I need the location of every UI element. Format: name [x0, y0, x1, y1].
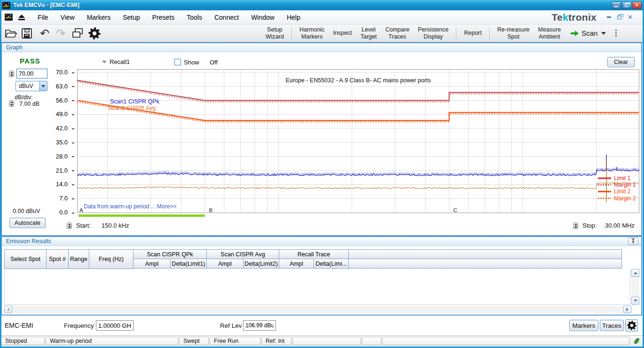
menu-setup[interactable]: Setup	[117, 12, 146, 23]
toolbar-button-re-measure-spot[interactable]: Re-measureSpot	[493, 25, 534, 41]
status-cell-stopped: Stopped	[1, 337, 45, 345]
mdi-minimize-button[interactable]	[607, 16, 611, 18]
db-div-value: 7.00 dB	[19, 101, 39, 107]
scroll-up-button[interactable]	[631, 269, 639, 277]
group-header-recall-trace[interactable]: Recall Trace	[279, 249, 349, 259]
horizontal-scrollbar[interactable]	[4, 306, 631, 313]
menu-connect[interactable]: Connect	[208, 12, 245, 23]
ref-lev-input[interactable]	[243, 320, 276, 331]
y-axis-label: 28.0	[49, 153, 68, 160]
column-header-range[interactable]: Range	[68, 249, 89, 269]
open-button[interactable]	[4, 26, 18, 40]
emission-results-panel: Emission Results Select SpotSpot #RangeF…	[1, 236, 642, 316]
autoscale-button[interactable]: Autoscale	[9, 218, 46, 228]
recall-dropdown-icon[interactable]	[102, 61, 107, 63]
toolbar-button-harmonic-markers[interactable]: HarmonicMarkers	[295, 25, 329, 41]
y-axis-label: 56.0	[49, 97, 68, 104]
column-header-scan-cispr-qpk-delta-limit1[interactable]: Delta(Limit1)	[170, 259, 207, 269]
close-icon: ✕	[635, 3, 639, 8]
overflow-menu-button[interactable]	[615, 30, 617, 37]
menu-tools[interactable]: Tools	[181, 12, 208, 23]
settings-button[interactable]	[87, 26, 102, 40]
minimize-button[interactable]	[612, 1, 621, 9]
toolbar-button-persistence-display[interactable]: PersistenceDisplay	[414, 25, 453, 41]
warmup-note-link[interactable]: Data from warm-up period ... More>>	[84, 203, 176, 210]
menu-file[interactable]: File	[31, 12, 55, 23]
start-freq-value[interactable]: 150.0 kHz	[102, 222, 129, 229]
toolbar-button-inspect[interactable]: Inspect	[329, 25, 356, 41]
windows-button[interactable]	[71, 26, 85, 40]
y-axis-label: 70.0	[49, 69, 68, 76]
toolbar-button-setup-wizard[interactable]: SetupWizard	[261, 25, 288, 41]
redo-button[interactable]: ↷	[54, 26, 68, 40]
toolbar-buttons: SetupWizardHarmonicMarkersInspectLevelTa…	[261, 24, 617, 42]
markers-button[interactable]: Markers	[569, 320, 598, 331]
scroll-left-button[interactable]	[4, 306, 12, 313]
group-header-scan-cispr-avg[interactable]: Scan CISPR Avg	[206, 249, 279, 259]
logo-text: Te	[551, 12, 563, 23]
mdi-close-button[interactable]: ✕	[628, 14, 633, 20]
clear-button[interactable]: Clear	[607, 57, 635, 67]
start-freq-stepper[interactable]	[67, 222, 72, 229]
window-title: Tek EMCVu - [EMC-EMI]	[13, 2, 79, 8]
logo-k: k	[563, 12, 568, 23]
frequency-input[interactable]	[96, 320, 134, 331]
toolbar-button-measure-ambient[interactable]: MeasureAmbient	[534, 25, 565, 41]
y-axis-tick	[72, 170, 74, 171]
app-mini-icon[interactable]	[5, 14, 13, 21]
emission-chart[interactable]: Europe - EN55032 - A.9 Class B- AC mains…	[77, 69, 640, 224]
y-axis-tick	[72, 156, 74, 157]
menu-window[interactable]: Window	[245, 12, 281, 23]
eject-icon[interactable]	[18, 15, 25, 20]
group-header-scan-cispr-qpk[interactable]: Scan CISPR QPk	[133, 249, 207, 259]
menu-help[interactable]: Help	[281, 12, 306, 23]
ref-level-stepper[interactable]	[9, 71, 14, 77]
db-div-stepper[interactable]	[9, 100, 14, 107]
chevron-left-icon	[7, 308, 9, 311]
mdi-restore-button[interactable]	[617, 16, 621, 19]
column-header-select-spot[interactable]: Select Spot	[4, 249, 47, 269]
column-header-scan-cispr-avg-delta-limit2[interactable]: Delta(Limit2)	[243, 259, 279, 269]
toolbar-separator	[291, 27, 292, 40]
column-header-spot[interactable]: Spot #	[46, 249, 69, 269]
undo-button[interactable]: ↶	[38, 26, 52, 40]
toolbar-button-report[interactable]: Report	[460, 25, 486, 41]
column-header-scan-cispr-qpk-ampl[interactable]: Ampl	[133, 259, 171, 269]
status-cell-warm-up-period: Warm-up period	[46, 337, 178, 345]
graph-panel-title: Graph	[6, 44, 23, 51]
stop-freq-value[interactable]: 30.00 MHz	[605, 222, 635, 229]
toolbar-button-level-target[interactable]: LevelTarget	[356, 25, 381, 41]
stop-freq-stepper[interactable]	[573, 222, 578, 229]
recall-selector[interactable]: Recall1	[110, 58, 130, 65]
save-button[interactable]	[20, 26, 34, 40]
emission-table-body	[4, 269, 630, 305]
column-header-freq-hz[interactable]: Freq (Hz)	[89, 249, 134, 269]
scroll-down-button[interactable]	[631, 297, 639, 305]
emission-table-header: Select SpotSpot #RangeFreq (Hz)Scan CISP…	[4, 249, 622, 269]
scan1-trace-label: Scan1 CISPR QPk	[110, 98, 160, 105]
toolbar-button-label: Markers	[301, 33, 322, 40]
scroll-right-button[interactable]	[623, 306, 631, 313]
close-button[interactable]: ✕	[632, 1, 642, 9]
menu-presets[interactable]: Presets	[146, 12, 181, 23]
show-checkbox[interactable]	[174, 59, 181, 65]
traces-button[interactable]: Traces	[600, 320, 624, 331]
menu-markers[interactable]: Markers	[81, 12, 117, 23]
column-header-scan-cispr-avg-ampl[interactable]: Ampl	[206, 259, 243, 269]
restore-button[interactable]	[622, 1, 631, 9]
settings-gear-button[interactable]	[625, 319, 638, 332]
status-cell-empty-5	[292, 337, 361, 345]
filler-subheader	[348, 259, 622, 269]
menu-view[interactable]: View	[55, 12, 81, 23]
scan-button[interactable]: Scan	[571, 29, 606, 37]
toolbar-button-compare-traces[interactable]: CompareTraces	[381, 25, 413, 41]
ref-level-input[interactable]	[16, 69, 47, 79]
column-header-recall-trace-ampl[interactable]: Ampl	[279, 259, 314, 269]
unit-select[interactable]: dBuV	[16, 81, 47, 91]
column-header-recall-trace-delta-limi[interactable]: Delta(Limi...	[314, 259, 349, 269]
toolbar-button-label: Wizard	[266, 33, 284, 40]
graph-panel: Graph PASS Recall1 Show Off Clear dBuV d…	[1, 42, 642, 236]
toolbar-button-label: Inspect	[333, 30, 352, 37]
vertical-scrollbar[interactable]	[631, 269, 639, 305]
pin-button[interactable]	[628, 237, 638, 245]
